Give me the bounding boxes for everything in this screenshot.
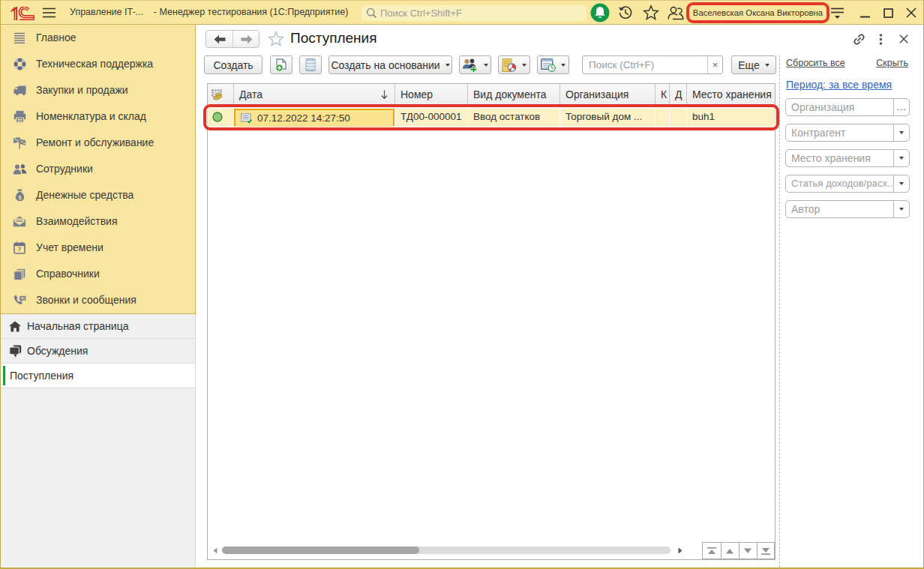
svg-text:7: 7 [18,246,22,253]
